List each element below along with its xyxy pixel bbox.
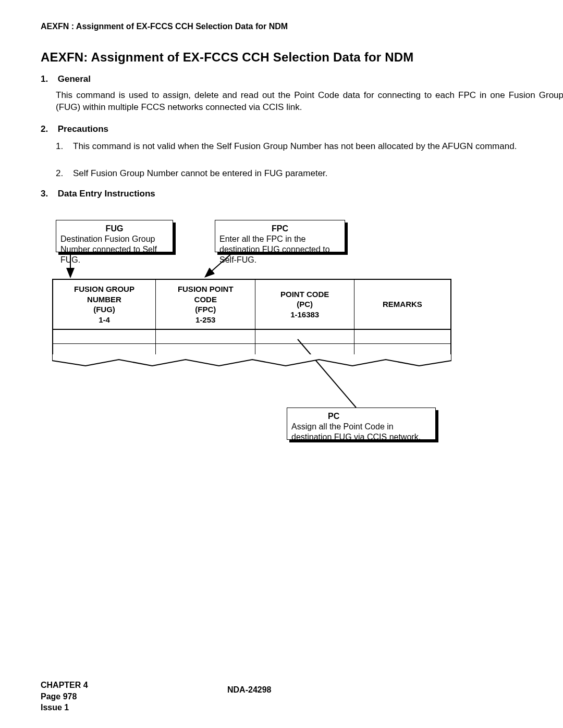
table-row bbox=[53, 329, 451, 344]
hdr-line: REMARKS bbox=[383, 300, 422, 309]
running-head: AEXFN : Assignment of EX-FCCS CCH Select… bbox=[41, 22, 288, 31]
hdr-line: (PC) bbox=[297, 300, 313, 309]
section-num: 3. bbox=[41, 189, 55, 199]
section-instructions-heading: 3. Data Entry Instructions bbox=[41, 189, 155, 199]
footer-chapter: CHAPTER 4 bbox=[41, 680, 88, 691]
section-num: 2. bbox=[41, 124, 55, 134]
section-precautions-heading: 2. Precautions bbox=[41, 124, 108, 134]
hdr-line: NUMBER bbox=[87, 295, 121, 304]
callout-desc: Assign all the Point Code in destination… bbox=[291, 422, 421, 441]
hdr-line: POINT CODE bbox=[280, 290, 329, 299]
footer-issue: Issue 1 bbox=[41, 702, 88, 713]
precaution-num: 2. bbox=[56, 168, 72, 180]
section-general-heading: 1. General bbox=[41, 74, 91, 84]
col-remarks: REMARKS bbox=[354, 279, 451, 329]
hdr-line: (FPC) bbox=[195, 305, 216, 314]
footer-doc-number: NDA-24298 bbox=[227, 685, 271, 695]
torn-edge bbox=[52, 354, 451, 370]
hdr-line: CODE bbox=[194, 295, 217, 304]
page: AEXFN : Assignment of EX-FCCS CCH Select… bbox=[0, 0, 563, 728]
callout-desc: Enter all the FPC in the destination FUG… bbox=[219, 235, 330, 264]
hdr-line: 1-253 bbox=[195, 315, 215, 324]
hdr-line: FUSION POINT bbox=[178, 285, 234, 293]
callout-fug: FUG Destination Fusion Group Number conn… bbox=[56, 220, 173, 252]
col-fug: FUSION GROUP NUMBER (FUG) 1-4 bbox=[53, 279, 155, 329]
page-title: AEXFN: Assignment of EX-FCCS CCH Selecti… bbox=[41, 50, 414, 65]
section-heading-text: General bbox=[58, 74, 91, 84]
page-footer-left: CHAPTER 4 Page 978 Issue 1 bbox=[41, 680, 88, 713]
table-header-row: FUSION GROUP NUMBER (FUG) 1-4 FUSION POI… bbox=[53, 279, 451, 329]
callout-title: FPC bbox=[219, 224, 340, 234]
precaution-num: 1. bbox=[56, 141, 72, 153]
callout-fpc: FPC Enter all the FPC in the destination… bbox=[215, 220, 345, 252]
section-heading-text: Precautions bbox=[58, 124, 108, 134]
hdr-line: (FUG) bbox=[93, 305, 115, 314]
col-fpc: FUSION POINT CODE (FPC) 1-253 bbox=[155, 279, 255, 329]
hdr-line: FUSION GROUP bbox=[74, 285, 134, 293]
precaution-text: Self Fusion Group Number cannot be enter… bbox=[73, 168, 563, 180]
callout-title: PC bbox=[291, 411, 431, 422]
hdr-line: 1-4 bbox=[99, 315, 110, 324]
hdr-line: 1-16383 bbox=[290, 310, 319, 319]
precaution-text: This command is not valid when the Self … bbox=[73, 141, 563, 153]
callout-pc: PC Assign all the Point Code in destinat… bbox=[287, 408, 436, 440]
col-pc: POINT CODE (PC) 1-16383 bbox=[255, 279, 354, 329]
callout-title: FUG bbox=[60, 224, 168, 234]
footer-page: Page 978 bbox=[41, 691, 88, 702]
section-heading-text: Data Entry Instructions bbox=[58, 189, 155, 199]
section-num: 1. bbox=[41, 74, 55, 84]
data-entry-table: FUSION GROUP NUMBER (FUG) 1-4 FUSION POI… bbox=[52, 279, 451, 359]
callout-desc: Destination Fusion Group Number connecte… bbox=[60, 235, 157, 264]
section-general-body: This command is used to assign, delete a… bbox=[56, 90, 563, 114]
